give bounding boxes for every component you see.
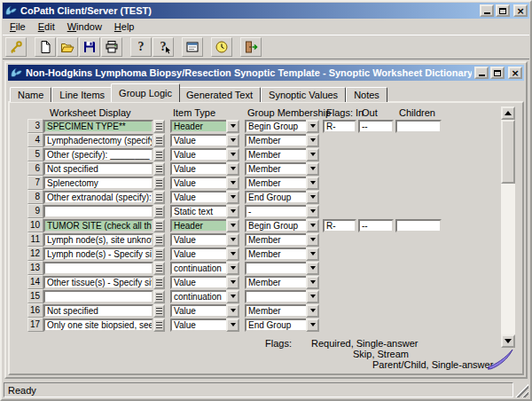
membership-dropdown-button[interactable] (306, 290, 319, 303)
context-help-button[interactable]: ? (153, 37, 174, 57)
save-button[interactable] (79, 37, 100, 57)
expand-text-button[interactable] (153, 134, 165, 147)
scroll-down-button[interactable] (501, 334, 515, 348)
membership-dropdown-button[interactable] (306, 177, 319, 190)
item-type-field[interactable]: Value (170, 276, 226, 289)
membership-field[interactable]: Member (245, 134, 306, 147)
tab-name[interactable]: Name (10, 87, 51, 102)
children-field[interactable] (395, 120, 442, 133)
item-type-field[interactable]: Value (170, 191, 226, 204)
child-minimize-button[interactable] (474, 67, 489, 79)
expand-text-button[interactable] (153, 262, 165, 275)
row-number[interactable]: 12 (27, 247, 43, 261)
item-type-dropdown-button[interactable] (226, 290, 239, 303)
resize-grip[interactable] (515, 382, 528, 397)
flags-in-field[interactable]: R- (323, 219, 356, 232)
row-number[interactable]: 6 (27, 161, 43, 176)
expand-text-button[interactable] (153, 290, 165, 303)
flags-out-field[interactable]: -- (358, 219, 394, 232)
tab-group-logic[interactable]: Group Logic (111, 83, 180, 102)
membership-dropdown-button[interactable] (306, 162, 319, 176)
item-type-dropdown-button[interactable] (226, 205, 239, 218)
row-number[interactable]: 10 (27, 218, 43, 232)
item-type-dropdown-button[interactable] (226, 134, 239, 147)
display-field[interactable]: Lymph node(s) - Specify sit (43, 248, 153, 261)
membership-field[interactable]: Member (245, 162, 306, 176)
item-type-field[interactable]: Value (170, 248, 226, 261)
close-button[interactable]: × (513, 4, 528, 17)
display-field[interactable]: Lymphadenectomy (specify (43, 134, 153, 147)
item-type-field[interactable]: Header (170, 219, 226, 232)
membership-dropdown-button[interactable] (306, 148, 319, 161)
menu-edit[interactable]: Edit (32, 20, 61, 34)
minimize-button[interactable] (480, 4, 494, 17)
item-type-field[interactable]: Value (170, 148, 226, 161)
menu-window[interactable]: Window (61, 20, 108, 34)
key-button[interactable] (5, 37, 27, 57)
row-number[interactable]: 9 (27, 204, 43, 218)
item-type-dropdown-button[interactable] (226, 148, 239, 161)
scroll-up-button[interactable] (501, 106, 515, 120)
tab-notes[interactable]: Notes (346, 87, 387, 102)
membership-dropdown-button[interactable] (306, 191, 319, 204)
expand-text-button[interactable] (153, 248, 165, 261)
item-type-dropdown-button[interactable] (226, 248, 239, 261)
membership-dropdown-button[interactable] (306, 262, 319, 275)
membership-field[interactable]: Member (245, 304, 306, 318)
display-field[interactable]: SPECIMEN TYPE** (43, 120, 153, 133)
item-type-dropdown-button[interactable] (226, 120, 239, 133)
item-type-dropdown-button[interactable] (226, 177, 239, 190)
item-type-field[interactable]: continuation (170, 290, 226, 303)
tab-synoptic-values[interactable]: Synoptic Values (261, 87, 346, 102)
row-number[interactable]: 7 (27, 176, 43, 190)
row-number[interactable]: 17 (27, 318, 43, 332)
item-type-dropdown-button[interactable] (226, 276, 239, 289)
expand-text-button[interactable] (153, 318, 165, 332)
item-type-field[interactable]: Value (170, 304, 226, 318)
display-field[interactable]: Only one site biopsied, see (43, 318, 153, 332)
membership-field[interactable]: Begin Group (245, 219, 306, 232)
expand-text-button[interactable] (153, 205, 165, 218)
item-type-field[interactable]: Value (170, 162, 226, 176)
row-number[interactable]: 16 (27, 303, 43, 318)
item-type-dropdown-button[interactable] (226, 162, 239, 176)
item-type-dropdown-button[interactable] (226, 219, 239, 232)
membership-field[interactable] (245, 262, 306, 275)
membership-field[interactable]: - (245, 205, 306, 218)
child-maximize-button[interactable] (490, 67, 505, 79)
exit-button[interactable] (240, 37, 262, 57)
expand-text-button[interactable] (153, 162, 165, 176)
membership-field[interactable]: Member (245, 148, 306, 161)
flags-out-field[interactable]: -- (358, 120, 394, 133)
row-number[interactable]: 15 (27, 289, 43, 303)
membership-field[interactable]: Member (245, 233, 306, 247)
item-type-field[interactable]: Value (170, 177, 226, 190)
row-number[interactable]: 13 (27, 261, 43, 275)
new-document-button[interactable] (35, 37, 56, 57)
row-number[interactable]: 14 (27, 275, 43, 289)
membership-dropdown-button[interactable] (306, 233, 319, 247)
maximize-button[interactable] (496, 4, 510, 17)
print-button[interactable] (101, 37, 122, 57)
clock-button[interactable] (211, 37, 232, 57)
membership-dropdown-button[interactable] (306, 205, 319, 218)
item-type-field[interactable]: Value (170, 318, 226, 332)
membership-dropdown-button[interactable] (306, 120, 319, 133)
membership-dropdown-button[interactable] (306, 248, 319, 261)
membership-dropdown-button[interactable] (306, 219, 319, 232)
help-button[interactable]: ? (130, 37, 152, 57)
scrollbar-thumb[interactable] (501, 120, 515, 184)
item-type-dropdown-button[interactable] (226, 233, 239, 247)
row-number[interactable]: 5 (27, 147, 43, 161)
vertical-scrollbar[interactable] (501, 106, 515, 348)
item-type-dropdown-button[interactable] (226, 318, 239, 332)
membership-field[interactable]: End Group (245, 191, 306, 204)
scrollbar-track[interactable] (501, 120, 515, 334)
display-field[interactable]: Splenectomy (43, 177, 153, 190)
membership-field[interactable]: Member (245, 276, 306, 289)
display-field[interactable]: Lymph node(s), site unknow (43, 233, 153, 247)
child-close-button[interactable]: × (508, 67, 522, 79)
membership-dropdown-button[interactable] (306, 276, 319, 289)
item-type-field[interactable]: Static text (170, 205, 226, 218)
expand-text-button[interactable] (153, 304, 165, 318)
